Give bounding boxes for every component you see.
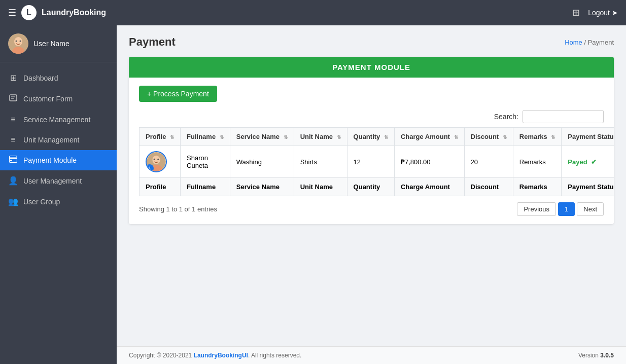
col-remarks: Remarks ⇅ (513, 128, 562, 146)
table-header-row: Profile ⇅ Fullname ⇅ Service Name ⇅ Unit… (140, 128, 614, 146)
sidebar-item-user-management[interactable]: 👤 User Management (0, 170, 117, 191)
sort-icon-charge[interactable]: ⇅ (454, 134, 458, 140)
version-number: 3.0.5 (600, 352, 614, 359)
status-badge: Payed ✔ (568, 158, 597, 166)
col-discount: Discount ⇅ (464, 128, 513, 146)
logout-button[interactable]: Logout ➤ (588, 9, 618, 17)
svg-point-15 (157, 159, 159, 160)
col-service-name: Service Name ⇅ (230, 128, 294, 146)
sort-icon-remarks[interactable]: ⇅ (551, 134, 555, 140)
main-layout: User Name ⊞ Dashboard Customer Form ≡ Se… (0, 25, 626, 364)
svg-point-12 (152, 156, 160, 164)
footer-col-quantity: Quantity (347, 178, 394, 196)
cell-fullname: Sharon Cuneta (181, 146, 230, 178)
sort-icon-discount[interactable]: ⇅ (503, 134, 507, 140)
col-payment-status: Payment Status ⇅ (562, 128, 614, 146)
col-quantity: Quantity ⇅ (347, 128, 394, 146)
sidebar-item-unit-management[interactable]: ≡ Unit Management (0, 130, 117, 150)
user-management-icon: 👤 (8, 176, 18, 186)
footer-col-remarks: Remarks (513, 178, 562, 196)
svg-rect-8 (10, 156, 17, 163)
payment-module-icon (8, 156, 18, 165)
sidebar-username: User Name (33, 40, 69, 48)
top-header-right: ⊞ Logout ➤ (572, 7, 618, 18)
col-fullname: Fullname ⇅ (181, 128, 230, 146)
pagination: Previous 1 Next (517, 202, 604, 216)
svg-point-4 (20, 41, 21, 42)
add-profile-icon[interactable]: + (146, 164, 154, 172)
app-title: LaundryBooking (42, 8, 106, 17)
sidebar-item-customer-form[interactable]: Customer Form (0, 88, 117, 110)
content-area: Payment Home / Payment PAYMENT MODULE + … (117, 25, 626, 346)
sidebar-item-service-management[interactable]: ≡ Service Management (0, 110, 117, 130)
table-footer-row: Profile Fullname Service Name Unit Name … (140, 178, 614, 196)
card-header: PAYMENT MODULE (129, 57, 614, 78)
col-profile: Profile ⇅ (140, 128, 181, 146)
sort-icon-unit[interactable]: ⇅ (337, 134, 341, 140)
pagination-area: Showing 1 to 1 of 1 entries Previous 1 N… (139, 202, 604, 216)
top-header-left: ☰ L LaundryBooking (8, 5, 106, 20)
hamburger-icon[interactable]: ☰ (8, 7, 16, 18)
sort-icon-quantity[interactable]: ⇅ (384, 134, 388, 140)
svg-point-3 (16, 41, 17, 42)
breadcrumb: Home / Payment (565, 39, 614, 46)
payments-table: Profile ⇅ Fullname ⇅ Service Name ⇅ Unit… (139, 127, 614, 196)
card-body: + Process Payment Search: Profile ⇅ (129, 78, 614, 224)
service-management-icon: ≡ (8, 115, 18, 124)
sidebar-item-user-group[interactable]: 👥 User Group (0, 191, 117, 212)
footer-version: Version 3.0.5 (578, 352, 614, 359)
page-1-button[interactable]: 1 (558, 202, 575, 216)
footer-copyright: Copyright © 2020-2021 LaundryBookingUI. … (129, 352, 301, 359)
sort-icon-service[interactable]: ⇅ (284, 134, 288, 140)
check-icon: ✔ (591, 158, 597, 166)
footer-col-fullname: Fullname (181, 178, 230, 196)
search-input[interactable] (523, 110, 604, 123)
search-label: Search: (494, 113, 518, 121)
cell-remarks: Remarks (513, 146, 562, 178)
footer-col-discount: Discount (464, 178, 513, 196)
sort-icon-fullname[interactable]: ⇅ (220, 134, 224, 140)
entries-text: Showing 1 to 1 of 1 entries (139, 205, 217, 213)
sort-icon-profile[interactable]: ⇅ (170, 134, 174, 140)
page-title: Payment (129, 35, 176, 49)
search-row: Search: (139, 110, 604, 123)
footer-col-profile: Profile (140, 178, 181, 196)
footer: Copyright © 2020-2021 LaundryBookingUI. … (117, 346, 626, 364)
breadcrumb-current: Payment (588, 39, 614, 46)
col-unit-name: Unit Name ⇅ (294, 128, 347, 146)
sidebar-item-payment-module[interactable]: Payment Module (0, 150, 117, 170)
svg-point-1 (14, 37, 22, 46)
avatar (8, 33, 28, 54)
footer-col-unit-name: Unit Name (294, 178, 347, 196)
unit-management-icon: ≡ (8, 135, 18, 144)
top-header: ☰ L LaundryBooking ⊞ Logout ➤ (0, 0, 626, 25)
col-charge-amount: Charge Amount ⇅ (394, 128, 464, 146)
dashboard-icon: ⊞ (8, 73, 18, 83)
svg-rect-9 (10, 158, 17, 159)
cell-service-name: Washing (230, 146, 294, 178)
svg-point-14 (154, 159, 155, 160)
cell-payment-status: Payed ✔ (562, 146, 614, 178)
profile-img-wrap: + (146, 151, 167, 172)
breadcrumb-separator: / (584, 39, 587, 46)
customer-form-icon (8, 94, 18, 104)
sidebar-item-dashboard[interactable]: ⊞ Dashboard (0, 67, 117, 88)
process-payment-button[interactable]: + Process Payment (139, 86, 217, 102)
previous-button[interactable]: Previous (517, 202, 556, 216)
page-header: Payment Home / Payment (129, 35, 614, 49)
cell-unit-name: Shirts (294, 146, 347, 178)
svg-rect-5 (10, 95, 17, 101)
logout-icon: ➤ (612, 9, 618, 17)
breadcrumb-home[interactable]: Home (565, 39, 582, 46)
sidebar-nav: ⊞ Dashboard Customer Form ≡ Service Mana… (0, 62, 117, 364)
profile-cell: + (146, 151, 174, 172)
sidebar-user-profile: User Name (0, 25, 117, 62)
cell-charge-amount: ₱7,800.00 (394, 146, 464, 178)
svg-rect-10 (10, 160, 12, 161)
footer-col-charge-amount: Charge Amount (394, 178, 464, 196)
grid-icon[interactable]: ⊞ (572, 7, 580, 18)
next-button[interactable]: Next (577, 202, 604, 216)
app-logo: L (21, 5, 37, 20)
user-group-icon: 👥 (8, 197, 18, 206)
cell-profile: + (140, 146, 181, 178)
